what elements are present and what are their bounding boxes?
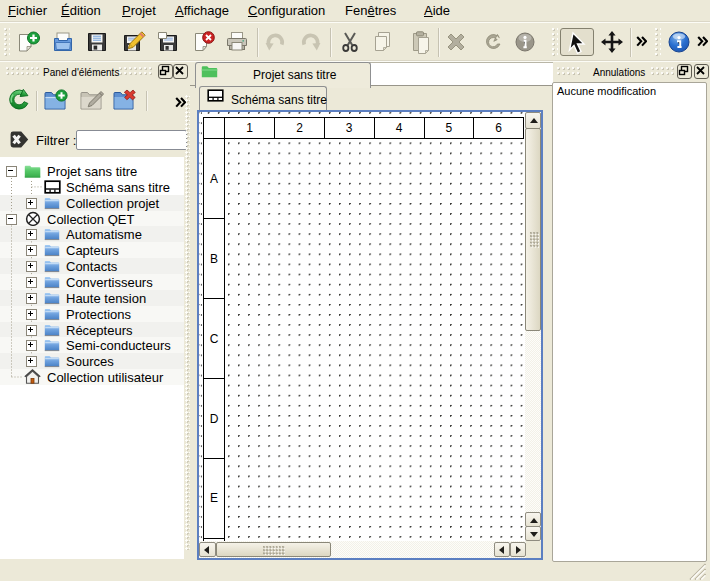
svg-text:E: E [210,491,218,505]
svg-text:1: 1 [246,121,253,135]
svg-text:A: A [210,172,218,186]
svg-text:3: 3 [346,121,353,135]
svg-text:2: 2 [296,121,303,135]
svg-text:B: B [210,252,218,266]
svg-text:D: D [210,412,219,426]
svg-text:6: 6 [495,121,502,135]
svg-text:5: 5 [445,121,452,135]
svg-text:4: 4 [396,121,403,135]
svg-text:C: C [210,332,219,346]
